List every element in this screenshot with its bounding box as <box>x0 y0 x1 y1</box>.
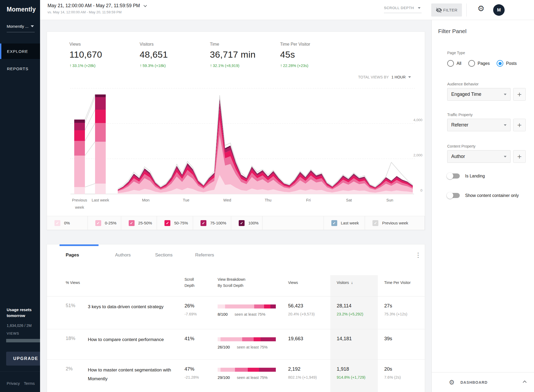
y-axis-label: 2,000 <box>413 153 422 157</box>
breakdown-segment <box>242 337 254 341</box>
legend-item-lastweek[interactable]: ✓Last week <box>324 216 365 230</box>
column-header-visitors[interactable]: Visitors↓ <box>337 280 353 285</box>
filter-toggle-button[interactable]: FILTER <box>431 3 462 17</box>
legend-item-0[interactable]: ✓0% <box>47 216 88 230</box>
legend-item-0-25[interactable]: ✓0-25% <box>88 216 121 230</box>
is-landing-toggle[interactable] <box>447 173 460 179</box>
legend-item-100[interactable]: ✓100% <box>231 216 262 230</box>
column-header-pct-views[interactable]: % Views <box>66 280 80 285</box>
add-audience-behavior-button[interactable]: + <box>513 88 526 101</box>
sidebar-item-explore[interactable]: EXPLORE <box>0 43 40 59</box>
radio-posts[interactable] <box>497 60 503 67</box>
dashboard-button[interactable]: ⚙ DASHBOARD <box>432 372 534 392</box>
kebab-menu-icon[interactable]: ⋮ <box>415 251 421 259</box>
table-row[interactable]: 18%How to compare content performance41%… <box>47 329 425 360</box>
legend-checkbox[interactable]: ✓ <box>372 220 378 226</box>
content-container-toggle[interactable] <box>447 193 460 198</box>
breakdown-segment <box>218 368 221 372</box>
breakdown-note: 8/100seen at least 75% <box>218 312 265 317</box>
table-row[interactable]: 2%How to master content segmentation wit… <box>47 360 425 392</box>
previous-week-bar-segment-100pct <box>74 120 85 123</box>
breakdown-segment <box>261 337 276 341</box>
dashboard-label: DASHBOARD <box>461 380 488 385</box>
previous-week-bar-segment-0-25pct <box>74 156 85 187</box>
legend-checkbox[interactable]: ✓ <box>129 220 135 226</box>
row-time-per-visitor-change: 7.6% (2s) <box>384 375 401 379</box>
column-header-view-breakdown[interactable]: View BreakdownBy Scroll Depth <box>218 277 245 288</box>
tab-sections[interactable]: Sections <box>155 252 172 258</box>
x-axis-day-label: Mon <box>142 198 150 202</box>
breakdown-segment <box>254 304 264 308</box>
legend-label: 0-25% <box>105 221 116 225</box>
privacy-link[interactable]: Privacy <box>7 381 20 386</box>
legend-checkbox[interactable]: ✓ <box>239 220 245 226</box>
content-container-label: Show content container only <box>465 193 519 198</box>
metric-label: Time Per Visitor <box>280 42 350 47</box>
x-axis-day-label: Fri <box>306 198 311 202</box>
legend-item-25-50[interactable]: ✓25-50% <box>121 216 157 230</box>
scroll-depth-breakdown-bar <box>218 368 276 372</box>
row-views-change: 802.1% (+1,949) <box>288 375 317 379</box>
radio-pages[interactable] <box>468 60 475 67</box>
row-pct-views: 2% <box>66 366 73 372</box>
traffic-chart[interactable]: 4,0002,0000PreviousweekLast weekMonTueWe… <box>47 62 425 211</box>
legend-item-50-75[interactable]: ✓50-75% <box>157 216 193 230</box>
y-axis-label: 0 <box>420 188 422 192</box>
chart-legend: ✓0%✓0-25%✓25-50%✓50-75%✓75-100%✓100%✓Las… <box>47 216 425 230</box>
column-header-scroll-depth[interactable]: ScrollDepth <box>184 277 194 288</box>
add-content-property-button[interactable]: + <box>513 150 526 163</box>
legend-checkbox[interactable]: ✓ <box>95 220 101 226</box>
project-dropdown[interactable]: Momently ... <box>7 24 35 32</box>
legend-item-75-100[interactable]: ✓75-100% <box>193 216 231 230</box>
tab-referrers[interactable]: Referrers <box>195 252 214 258</box>
legend-checkbox[interactable]: ✓ <box>164 220 170 226</box>
legend-checkbox[interactable]: ✓ <box>54 220 60 226</box>
user-avatar[interactable]: M <box>493 4 505 16</box>
breakdown-score: 8/100 <box>218 312 228 316</box>
column-header-time-per-visitor[interactable]: Time Per Visitor <box>384 280 411 285</box>
sidebar-item-reports[interactable]: REPORTS <box>0 63 40 74</box>
page-type-label: Page Type <box>447 51 465 55</box>
metric-label: Visitors <box>140 42 210 47</box>
audience-behavior-select[interactable]: Engaged Time <box>447 88 511 101</box>
legend-spacer <box>262 216 324 230</box>
legend-checkbox[interactable]: ✓ <box>201 220 206 226</box>
eye-off-icon <box>436 7 442 13</box>
sidebar-item-label: EXPLORE <box>7 49 28 54</box>
metric-value: 45s <box>280 49 350 60</box>
tab-pages[interactable]: Pages <box>66 252 79 258</box>
last-week-bar-segment-75-100pct <box>95 97 106 110</box>
content-table-card: PagesAuthorsSectionsReferrers ⋮ % Views … <box>47 244 425 392</box>
row-time-per-visitor: 27s <box>384 303 392 309</box>
traffic-property-select[interactable]: Referrer <box>447 119 511 131</box>
row-scroll-depth-change: -21.28% <box>184 375 199 379</box>
last-week-bar-label: Last week <box>92 198 109 202</box>
filter-panel: Filter Panel Page Type AllPagesPosts Aud… <box>431 20 534 392</box>
radio-label-posts: Posts <box>506 61 517 66</box>
topbar-divider <box>466 3 467 17</box>
legal-links: Privacy Terms <box>7 381 35 386</box>
row-scroll-depth: 47% <box>184 366 194 372</box>
row-pct-views: 51% <box>66 303 75 308</box>
metric-label: Time <box>210 42 280 47</box>
row-time-per-visitor: 39s <box>384 336 392 342</box>
table-row[interactable]: 51%3 keys to data-driven content strateg… <box>47 296 425 329</box>
metric-selector-dropdown[interactable]: SCROLL DEPTH <box>384 6 422 13</box>
date-range-selector[interactable]: May 21, 12:00:00 AM - May 27, 11:59:59 P… <box>48 3 146 9</box>
legend-checkbox[interactable]: ✓ <box>331 220 337 226</box>
terms-link[interactable]: Terms <box>24 381 35 386</box>
content-property-select[interactable]: Author <box>447 150 511 163</box>
legend-item-previousweek[interactable]: ✓Previous week <box>365 216 425 230</box>
bar-connector <box>85 97 95 123</box>
add-traffic-property-button[interactable]: + <box>513 119 526 131</box>
column-header-views[interactable]: Views <box>288 280 298 285</box>
breakdown-note: 26/100seen at least 75% <box>218 345 268 350</box>
traffic-property-label: Traffic Property <box>447 113 473 117</box>
radio-all[interactable] <box>447 60 454 67</box>
compare-range-label: vs. May 14, 12:00:00 AM - May 20, 11:59:… <box>48 10 121 14</box>
bar-connector <box>85 142 95 156</box>
legend-label: 0% <box>64 221 70 225</box>
upgrade-button[interactable]: UPGRADE <box>6 352 45 366</box>
settings-gear-icon[interactable]: ⚙ <box>477 5 485 13</box>
tab-authors[interactable]: Authors <box>115 252 131 258</box>
